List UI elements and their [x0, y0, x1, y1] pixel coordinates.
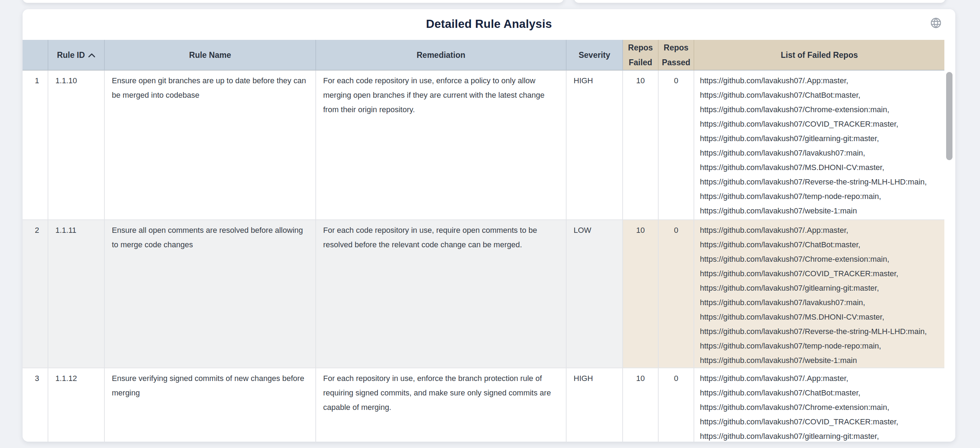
failed-repos-list-cell: https://github.com/lavakush07/.App:maste… [694, 70, 944, 220]
rule-id-cell: 1.1.11 [48, 220, 104, 368]
severity-cell: HIGH [566, 70, 623, 220]
vertical-scrollbar[interactable] [946, 70, 953, 442]
previous-card-partial-left [22, 0, 564, 3]
rule-id-cell: 1.1.10 [48, 70, 104, 220]
repos-failed-cell: 10 [623, 70, 658, 220]
header-severity[interactable]: Severity [566, 40, 623, 70]
row-number: 2 [22, 220, 48, 368]
failed-repos-list-cell: https://github.com/lavakush07/.App:maste… [694, 368, 944, 442]
repos-passed-cell: 0 [658, 368, 694, 442]
row-number: 3 [22, 368, 48, 442]
severity-cell: HIGH [566, 368, 623, 442]
sort-ascending-icon [88, 48, 95, 62]
row-number: 1 [22, 70, 48, 220]
header-repos-passed[interactable]: Repos Passed [658, 40, 694, 70]
header-rule-name[interactable]: Rule Name [104, 40, 316, 70]
remediation-cell: For each repository in use, enforce the … [316, 368, 566, 442]
header-repos-failed[interactable]: Repos Failed [623, 40, 658, 70]
rule-id-cell: 1.1.12 [48, 368, 104, 442]
table-row: 3 1.1.12 Ensure verifying signed commits… [22, 368, 944, 442]
rule-name-cell: Ensure verifying signed commits of new c… [104, 368, 316, 442]
remediation-cell: For each code repository in use, enforce… [316, 70, 566, 220]
table-row: 1 1.1.10 Ensure open git branches are up… [22, 70, 944, 220]
repos-passed-cell: 0 [658, 220, 694, 368]
globe-icon[interactable] [930, 17, 942, 29]
previous-card-partial-right [574, 0, 945, 3]
severity-cell: LOW [566, 220, 623, 368]
repos-failed-cell: 10 [623, 220, 658, 368]
repos-failed-cell: 10 [623, 368, 658, 442]
detailed-rule-analysis-card: Detailed Rule Analysis Rule ID [22, 9, 955, 442]
repos-passed-cell: 0 [658, 70, 694, 220]
page-title: Detailed Rule Analysis [22, 9, 955, 31]
remediation-cell: For each code repository in use, require… [316, 220, 566, 368]
header-rule-id[interactable]: Rule ID [48, 40, 104, 70]
failed-repos-list-cell: https://github.com/lavakush07/.App:maste… [694, 220, 944, 368]
table-header-row: Rule ID Rule Name Remediation Severity R… [22, 40, 944, 70]
header-row-number [22, 40, 48, 70]
header-failed-repos-list[interactable]: List of Failed Repos [694, 40, 944, 70]
table-row: 2 1.1.11 Ensure all open comments are re… [22, 220, 944, 368]
rule-name-cell: Ensure all open comments are resolved be… [104, 220, 316, 368]
rule-analysis-table: Rule ID Rule Name Remediation Severity R… [22, 40, 944, 442]
header-remediation[interactable]: Remediation [316, 40, 566, 70]
scrollbar-thumb[interactable] [946, 72, 953, 160]
rule-name-cell: Ensure open git branches are up to date … [104, 70, 316, 220]
card-header: Detailed Rule Analysis [22, 9, 955, 40]
